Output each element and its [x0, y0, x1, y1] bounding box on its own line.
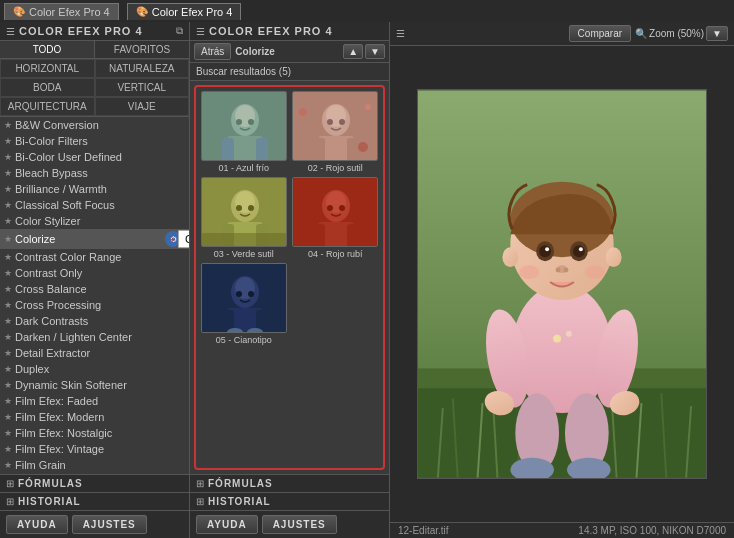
filter-color-stylizer-label: Color Stylizer	[15, 215, 181, 227]
filter-film-faded-label: Film Efex: Faded	[15, 395, 181, 407]
svg-point-23	[236, 205, 242, 211]
middle-panel-title: COLOR EFEX PRO 4	[209, 25, 333, 37]
filter-duplex[interactable]: ★ Duplex	[0, 361, 189, 377]
thumb-svg-5	[202, 264, 287, 333]
window-tab-1[interactable]: 🎨 Color Efex Pro 4	[4, 3, 119, 20]
filter-fog[interactable]: ★ Fog	[0, 473, 189, 474]
left-ayuda-btn[interactable]: AYUDA	[6, 515, 68, 534]
middle-historial-label: HISTORIAL	[208, 496, 271, 507]
nav-up-btn[interactable]: ▲	[343, 44, 363, 59]
window-tab-2[interactable]: 🎨 Color Efex Pro 4	[127, 3, 242, 20]
svg-point-67	[579, 247, 583, 251]
right-menu-icon: ☰	[396, 28, 405, 39]
filter-bw-conversion-label: B&W Conversion	[15, 119, 181, 131]
filter-color-stylizer[interactable]: ★ Color Stylizer	[0, 213, 189, 229]
thumb-azul-frio[interactable]: 01 - Azul frío	[200, 91, 288, 173]
image-metadata: 14.3 MP, ISO 100, NIKON D7000	[578, 525, 726, 536]
filter-dynamic-skin[interactable]: ★ Dynamic Skin Softener	[0, 377, 189, 393]
filter-cross-balance[interactable]: ★ Cross Balance	[0, 281, 189, 297]
cat-boda[interactable]: BODA	[0, 78, 95, 97]
middle-ayuda-btn[interactable]: AYUDA	[196, 515, 258, 534]
cat-horizontal[interactable]: HORIZONTAL	[0, 59, 95, 78]
historial-icon: ⊞	[6, 496, 14, 507]
filter-duplex-label: Duplex	[15, 363, 181, 375]
zoom-down-btn[interactable]: ▼	[706, 26, 728, 41]
svg-point-66	[545, 247, 549, 251]
middle-formulas-label: FÓRMULAS	[208, 478, 273, 489]
middle-ajustes-btn[interactable]: AJUSTES	[262, 515, 337, 534]
window-tab-2-label: Color Efex Pro 4	[152, 6, 233, 18]
svg-point-65	[573, 245, 585, 257]
left-historial-section[interactable]: ⊞ HISTORIAL	[0, 492, 189, 510]
zoom-label: Zoom (50%)	[649, 28, 704, 39]
svg-rect-6	[222, 138, 234, 161]
tab-favoritos[interactable]: FAVORITOS	[95, 41, 189, 58]
filter-film-faded[interactable]: ★ Film Efex: Faded	[0, 393, 189, 409]
cat-arquitectura[interactable]: ARQUITECTURA	[0, 97, 95, 116]
filter-film-grain[interactable]: ★ Film Grain	[0, 457, 189, 473]
svg-point-64	[539, 245, 551, 257]
formulas-icon: ⊞	[6, 478, 14, 489]
filter-film-vintage[interactable]: ★ Film Efex: Vintage	[0, 441, 189, 457]
filter-dark-contrasts[interactable]: ★ Dark Contrasts	[0, 313, 189, 329]
nav-down-btn[interactable]: ▼	[365, 44, 385, 59]
middle-formulas-section[interactable]: ⊞ FÓRMULAS	[190, 474, 389, 492]
cat-vertical[interactable]: VERTICAL	[95, 78, 190, 97]
thumb-cianotipo[interactable]: 05 - Cianotipo	[200, 263, 288, 345]
search-results-label: Buscar resultados (5)	[196, 66, 291, 77]
search-bar: Buscar resultados (5)	[190, 63, 389, 81]
thumb-rojo-rubi[interactable]: 04 - Rojo rubí	[292, 177, 380, 259]
filter-bleach-label: Bleach Bypass	[15, 167, 181, 179]
filter-film-modern[interactable]: ★ Film Efex: Modern	[0, 409, 189, 425]
filter-bw-conversion[interactable]: ★ B&W Conversion	[0, 117, 189, 133]
back-button[interactable]: Atrás	[194, 43, 231, 60]
svg-rect-15	[347, 138, 359, 161]
filter-film-vintage-label: Film Efex: Vintage	[15, 443, 181, 455]
filter-bicolor-user[interactable]: ★ Bi-Color User Defined	[0, 149, 189, 165]
filter-colorize[interactable]: ★ Colorize ⚙ → Colorize	[0, 229, 189, 249]
svg-point-71	[519, 265, 539, 279]
image-area	[390, 46, 734, 522]
tab-todo[interactable]: TODO	[0, 41, 95, 58]
filter-bleach[interactable]: ★ Bleach Bypass	[0, 165, 189, 181]
filter-detail-extractor[interactable]: ★ Detail Extractor	[0, 345, 189, 361]
thumb-img-rojo-sutil	[292, 91, 378, 161]
filter-bicolor-filters-label: Bi-Color Filters	[15, 135, 181, 147]
nav-arrows: ▲ ▼	[343, 44, 385, 59]
left-historial-label: HISTORIAL	[18, 496, 81, 507]
svg-point-5	[248, 119, 254, 125]
filter-contrast-color[interactable]: ★ Contrast Color Range	[0, 249, 189, 265]
thumb-label-5: 05 - Cianotipo	[216, 335, 272, 345]
svg-point-12	[327, 119, 333, 125]
left-formulas-section[interactable]: ⊞ FÓRMULAS	[0, 474, 189, 492]
filter-classical[interactable]: ★ Classical Soft Focus	[0, 197, 189, 213]
filter-detail-extractor-label: Detail Extractor	[15, 347, 181, 359]
filter-contrast-only[interactable]: ★ Contrast Only	[0, 265, 189, 281]
thumb-svg-3	[202, 178, 287, 247]
cat-viaje[interactable]: VIAJE	[95, 97, 190, 116]
window-icon-2: 🎨	[136, 6, 148, 17]
cat-naturaleza[interactable]: NATURALEZA	[95, 59, 190, 78]
filter-bicolor-filters[interactable]: ★ Bi-Color Filters	[0, 133, 189, 149]
thumb-verde-sutil[interactable]: 03 - Verde sutil	[200, 177, 288, 259]
zoom-icon: 🔍	[635, 28, 647, 39]
filter-contrast-only-label: Contrast Only	[15, 267, 181, 279]
star-icon: ★	[4, 316, 12, 326]
thumb-rojo-sutil[interactable]: 02 - Rojo sutil	[292, 91, 380, 173]
filter-brilliance[interactable]: ★ Brilliance / Warmth	[0, 181, 189, 197]
star-icon: ★	[4, 300, 12, 310]
thumbnail-grid: 01 - Azul frío	[194, 85, 385, 470]
filter-darken-lighten[interactable]: ★ Darken / Lighten Center	[0, 329, 189, 345]
svg-rect-7	[256, 138, 268, 161]
svg-rect-27	[202, 233, 287, 247]
svg-point-24	[248, 205, 254, 211]
filter-cross-processing[interactable]: ★ Cross Processing	[0, 297, 189, 313]
panel-expand-btn[interactable]: ⧉	[176, 25, 183, 37]
middle-historial-section[interactable]: ⊞ HISTORIAL	[190, 492, 389, 510]
filter-film-nostalgic[interactable]: ★ Film Efex: Nostalgic	[0, 425, 189, 441]
left-ajustes-btn[interactable]: AJUSTES	[72, 515, 147, 534]
compare-button[interactable]: Comparar	[569, 25, 631, 42]
filter-classical-label: Classical Soft Focus	[15, 199, 181, 211]
star-icon: ★	[4, 284, 12, 294]
svg-point-13	[339, 119, 345, 125]
